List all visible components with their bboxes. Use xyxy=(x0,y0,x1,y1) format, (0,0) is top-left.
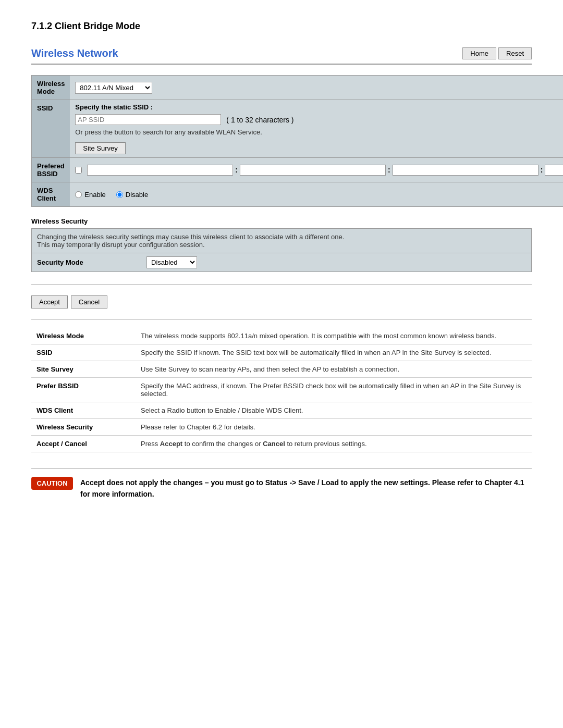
bssid-checkbox[interactable] xyxy=(75,167,82,174)
caution-section: CAUTION Accept does not apply the change… xyxy=(31,477,532,500)
wireless-mode-label: Wireless Mode xyxy=(32,76,70,100)
desc-term-site-survey: Site Survey xyxy=(31,361,136,378)
desc-def-wireless-security: Please refer to Chapter 6.2 for details. xyxy=(136,419,532,436)
site-survey-button[interactable]: Site Survey xyxy=(75,142,125,154)
desc-row-prefer-bssid: Prefer BSSID Specify the MAC address, if… xyxy=(31,378,532,402)
description-table: Wireless Mode The wireless mode supports… xyxy=(31,328,532,452)
wds-disable-radio[interactable] xyxy=(116,191,123,198)
caution-text: Accept does not apply the changes – you … xyxy=(80,477,532,500)
ssid-input-row: ( 1 to 32 characters ) xyxy=(75,114,563,125)
desc-row-wds-client: WDS Client Select a Radio button to Enab… xyxy=(31,402,532,419)
wireless-security-section-label: Wireless Security xyxy=(31,217,532,225)
desc-row-site-survey: Site Survey Use Site Survey to scan near… xyxy=(31,361,532,378)
divider-3 xyxy=(31,468,532,468)
preferred-bssid-label: Prefered BSSID xyxy=(32,158,70,182)
wds-disable-label: Disable xyxy=(126,191,148,199)
header-buttons: Home Reset xyxy=(462,47,532,59)
ssid-label: SSID xyxy=(32,100,70,158)
accept-button[interactable]: Accept xyxy=(31,295,68,309)
header-row: Wireless Network Home Reset xyxy=(31,47,532,65)
mac-sep-2: : xyxy=(388,166,390,174)
wds-radio-row: Enable Disable xyxy=(75,191,563,199)
mac-field-3[interactable] xyxy=(393,165,538,176)
security-mode-row: Security Mode Disabled WEP WPA-PSK WPA2-… xyxy=(31,253,532,272)
security-warning-line2: This may temporarily disrupt your config… xyxy=(37,241,526,249)
desc-def-wds-client: Select a Radio button to Enable / Disabl… xyxy=(136,402,532,419)
wireless-mode-value: 802.11 A/N Mixed 802.11 B/G/N Mixed 802.… xyxy=(70,76,563,100)
wds-enable-option[interactable]: Enable xyxy=(75,191,105,199)
security-mode-label: Security Mode xyxy=(37,258,141,266)
desc-def-site-survey: Use Site Survey to scan nearby APs, and … xyxy=(136,361,532,378)
security-warning: Changing the wireless security settings … xyxy=(31,228,532,253)
static-ssid-text: Specify the static SSID : xyxy=(75,103,563,111)
preferred-bssid-row: Prefered BSSID : : : : : xyxy=(32,158,564,182)
home-button[interactable]: Home xyxy=(462,47,496,59)
desc-def-wireless-mode: The wireless mode supports 802.11a/n mix… xyxy=(136,328,532,344)
action-buttons: Accept Cancel xyxy=(31,295,532,309)
ssid-row: SSID Specify the static SSID : ( 1 to 32… xyxy=(32,100,564,158)
caution-strong1: Accept does not apply the changes – you … xyxy=(80,478,524,498)
desc-term-wds-client: WDS Client xyxy=(31,402,136,419)
divider-2 xyxy=(31,319,532,319)
desc-term-ssid: SSID xyxy=(31,344,136,361)
wds-enable-label: Enable xyxy=(84,191,105,199)
desc-row-accept-cancel: Accept / Cancel Press Accept to confirm … xyxy=(31,436,532,452)
wds-enable-radio[interactable] xyxy=(75,191,82,198)
desc-row-ssid: SSID Specify the SSID if known. The SSID… xyxy=(31,344,532,361)
desc-row-wireless-security: Wireless Security Please refer to Chapte… xyxy=(31,419,532,436)
desc-term-wireless-security: Wireless Security xyxy=(31,419,136,436)
desc-term-wireless-mode: Wireless Mode xyxy=(31,328,136,344)
config-table: Wireless Mode 802.11 A/N Mixed 802.11 B/… xyxy=(31,75,563,207)
mac-sep-1: : xyxy=(235,166,238,174)
desc-def-accept-cancel: Press Accept to confirm the changes or C… xyxy=(136,436,532,452)
wds-client-label: WDS Client xyxy=(32,182,70,207)
mac-field-1[interactable] xyxy=(87,165,233,176)
ssid-input[interactable] xyxy=(75,114,221,125)
security-mode-select[interactable]: Disabled WEP WPA-PSK WPA2-PSK xyxy=(146,256,197,268)
desc-term-accept-cancel: Accept / Cancel xyxy=(31,436,136,452)
security-warning-line1: Changing the wireless security settings … xyxy=(37,233,526,241)
desc-def-ssid: Specify the SSID if known. The SSID text… xyxy=(136,344,532,361)
bssid-row: : : : : : xyxy=(75,165,563,176)
ssid-search-note: Or press the button to search for any av… xyxy=(75,128,563,136)
caution-badge: CAUTION xyxy=(31,477,73,490)
wireless-mode-row: Wireless Mode 802.11 A/N Mixed 802.11 B/… xyxy=(32,76,564,100)
network-title: Wireless Network xyxy=(31,47,118,59)
desc-row-wireless-mode: Wireless Mode The wireless mode supports… xyxy=(31,328,532,344)
wireless-mode-select[interactable]: 802.11 A/N Mixed 802.11 B/G/N Mixed 802.… xyxy=(75,82,152,94)
desc-def-prefer-bssid: Specify the MAC address, if known. The P… xyxy=(136,378,532,402)
preferred-bssid-value: : : : : : xyxy=(70,158,563,182)
page-title: 7.1.2 Client Bridge Mode xyxy=(31,21,532,32)
ssid-value: Specify the static SSID : ( 1 to 32 char… xyxy=(70,100,563,158)
mac-sep-3: : xyxy=(541,166,543,174)
mac-field-2[interactable] xyxy=(240,165,386,176)
cancel-button[interactable]: Cancel xyxy=(71,295,107,309)
divider-1 xyxy=(31,285,532,285)
wds-client-value: Enable Disable xyxy=(70,182,563,207)
mac-field-4[interactable] xyxy=(545,165,563,176)
desc-term-prefer-bssid: Prefer BSSID xyxy=(31,378,136,402)
wds-client-row: WDS Client Enable Disable xyxy=(32,182,564,207)
char-limit-text: ( 1 to 32 characters ) xyxy=(226,116,293,124)
wds-disable-option[interactable]: Disable xyxy=(116,191,148,199)
reset-button[interactable]: Reset xyxy=(498,47,532,59)
